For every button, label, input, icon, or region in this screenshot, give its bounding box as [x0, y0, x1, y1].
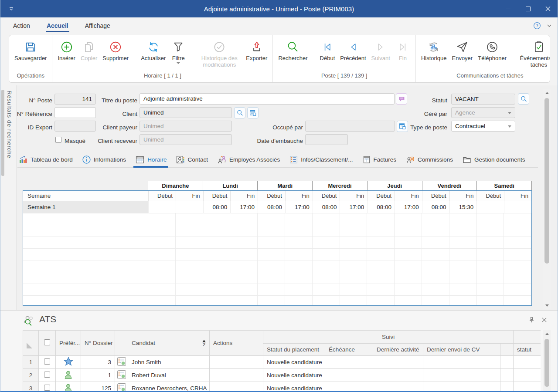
- send-button[interactable]: Envoyer: [449, 38, 475, 62]
- tab-employes-associes[interactable]: ? Employés Associés: [216, 152, 281, 167]
- tab-factures[interactable]: Factures: [361, 152, 398, 167]
- client-search-button[interactable]: [234, 107, 245, 118]
- preferred-status-icon[interactable]: [63, 362, 74, 368]
- schedule-cell[interactable]: 17:00: [395, 201, 422, 213]
- row-checkbox-cell[interactable]: [39, 382, 56, 392]
- scrollbar-thumb[interactable]: [544, 98, 549, 264]
- schedule-cell[interactable]: 08:00: [313, 201, 340, 213]
- tab-informations[interactable]: Informations: [81, 152, 127, 167]
- client-browse-button[interactable]: [247, 107, 259, 118]
- scrollbar-thumb[interactable]: [544, 339, 549, 387]
- placement-status[interactable]: Nouvelle candidature: [263, 356, 325, 369]
- checkbox[interactable]: [44, 339, 50, 345]
- statut-field[interactable]: VACANT: [451, 94, 515, 105]
- column-header-icon[interactable]: [115, 331, 128, 356]
- row-number[interactable]: 2: [23, 369, 39, 382]
- placement-status[interactable]: Nouvelle candidature: [263, 382, 325, 392]
- candidate-file-icon[interactable]: [117, 357, 126, 366]
- placement-status[interactable]: Nouvelle candidature: [263, 369, 325, 382]
- previous-record-button[interactable]: Précédent: [337, 38, 368, 62]
- scroll-up-arrow[interactable]: [543, 89, 551, 97]
- row-number[interactable]: 1: [23, 356, 39, 369]
- schedule-cell[interactable]: 17:00: [230, 201, 258, 213]
- candidate-file-icon[interactable]: [117, 370, 126, 379]
- column-header-derniere-activite[interactable]: Dernière activité: [373, 344, 423, 356]
- client-receveur-field[interactable]: Unimed: [140, 134, 232, 145]
- scroll-up-arrow[interactable]: [543, 330, 551, 338]
- row-checkbox-cell[interactable]: [39, 356, 56, 369]
- titre-field[interactable]: Adjointe administrative: [140, 93, 395, 105]
- schedule-cell[interactable]: [504, 201, 531, 213]
- scroll-down-arrow[interactable]: [543, 302, 551, 309]
- close-panel-icon[interactable]: [541, 317, 547, 323]
- schedule-cell[interactable]: 15:30: [449, 201, 477, 213]
- column-header-prefere[interactable]: Préfér...: [56, 331, 81, 356]
- candidate-name[interactable]: Roxanne Desrochers, CRHA: [128, 382, 210, 392]
- row-number[interactable]: 3: [23, 382, 39, 392]
- statut-search-button[interactable]: [518, 93, 529, 105]
- refresh-button[interactable]: Actualiser: [138, 38, 168, 62]
- quick-access-icon[interactable]: [8, 5, 15, 12]
- week-label[interactable]: Semaine 1: [23, 201, 148, 213]
- schedule-cell[interactable]: 08:00: [367, 201, 395, 213]
- select-all-corner[interactable]: [23, 331, 39, 356]
- candidate-file-icon[interactable]: [117, 383, 126, 392]
- preferred-status-icon[interactable]: [63, 375, 73, 381]
- row-checkbox-cell[interactable]: [39, 369, 56, 382]
- client-field[interactable]: Unimed: [140, 107, 232, 118]
- help-icon[interactable]: ?: [533, 21, 541, 30]
- minimize-button[interactable]: [498, 0, 518, 17]
- schedule-cell[interactable]: 17:00: [340, 201, 367, 213]
- delete-button[interactable]: Supprimer: [100, 38, 131, 62]
- actions-cell[interactable]: [210, 356, 263, 369]
- insert-button[interactable]: Insérer: [55, 38, 78, 62]
- column-header-statut[interactable]: statut: [514, 344, 541, 356]
- schedule-cell[interactable]: 17:00: [285, 201, 313, 213]
- tab-tableau-de-bord[interactable]: Tableau de bord: [17, 152, 74, 167]
- schedule-cell[interactable]: 08:00: [422, 201, 449, 213]
- dossier-number[interactable]: 3: [81, 356, 115, 369]
- schedule-cell[interactable]: [176, 201, 203, 213]
- content-scrollbar[interactable]: [543, 89, 551, 309]
- column-header-echeance[interactable]: Échéance: [325, 344, 373, 356]
- first-record-button[interactable]: Début: [317, 38, 338, 62]
- schedule-cell[interactable]: [148, 201, 176, 213]
- checkbox[interactable]: [44, 358, 50, 365]
- column-header-statut-placement[interactable]: Statut du placement: [263, 344, 325, 356]
- candidate-row[interactable]: 1 3 John Smith Nouvelle candidature: [23, 356, 541, 369]
- masque-checkbox[interactable]: [55, 137, 61, 143]
- column-header-candidat[interactable]: Candidat 2: [128, 331, 210, 356]
- schedule-cell[interactable]: 08:00: [258, 201, 285, 213]
- date-embauche-field[interactable]: [305, 134, 348, 145]
- schedule-cell[interactable]: [476, 201, 504, 213]
- schedule-week-row[interactable]: Semaine 1 08:00 17:00 08:00 17:00 08:00 …: [23, 201, 531, 213]
- tab-infos-classement[interactable]: Infos/Classement/...: [288, 152, 354, 167]
- close-button[interactable]: [538, 0, 558, 17]
- preferred-status-icon[interactable]: [63, 388, 73, 392]
- tab-commissions[interactable]: Commissions: [405, 152, 454, 167]
- menu-tab-accueil[interactable]: Accueil: [43, 17, 72, 34]
- checkbox[interactable]: [44, 385, 50, 391]
- export-button[interactable]: Exporter: [243, 38, 270, 62]
- search-button[interactable]: Rechercher: [276, 38, 310, 62]
- menu-tab-affichage[interactable]: Affichage: [82, 17, 114, 34]
- actions-cell[interactable]: [210, 382, 263, 392]
- checkbox[interactable]: [44, 372, 50, 378]
- collapse-ribbon-icon[interactable]: [547, 23, 552, 28]
- menu-tab-action[interactable]: Action: [10, 17, 34, 34]
- maximize-button[interactable]: [518, 0, 538, 17]
- candidate-name[interactable]: John Smith: [128, 356, 210, 369]
- tab-contact[interactable]: Contact: [175, 152, 209, 167]
- history-button[interactable]: Historique: [418, 38, 449, 62]
- actions-cell[interactable]: [210, 369, 263, 382]
- phone-button[interactable]: Téléphoner: [475, 38, 509, 62]
- events-tasks-button[interactable]: Événements et tâches: [516, 38, 550, 69]
- ats-scrollbar[interactable]: [543, 330, 551, 392]
- select-all-checkbox-header[interactable]: [39, 331, 56, 356]
- column-header-actions[interactable]: Actions: [210, 331, 263, 356]
- gere-par-select[interactable]: Agence: [451, 107, 515, 118]
- column-header-dernier-envoi-cv[interactable]: Dernier envoi de CV: [423, 344, 500, 356]
- column-header-dossier[interactable]: N° Dossier: [81, 331, 115, 356]
- tab-gestion-documents[interactable]: Gestion documents: [461, 152, 526, 167]
- candidate-row[interactable]: 2 1 Robert Duval Nouvelle candidature: [23, 369, 541, 382]
